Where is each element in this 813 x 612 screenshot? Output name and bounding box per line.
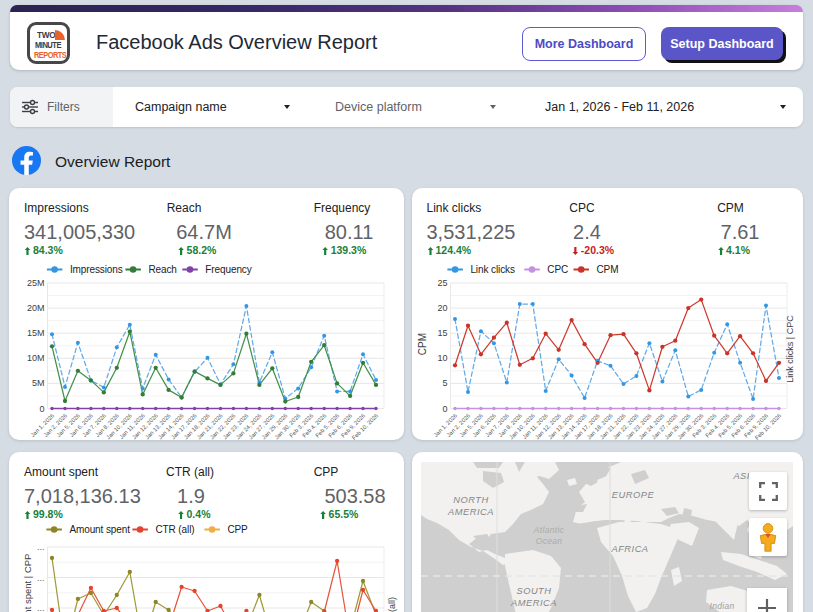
svg-text:Link clicks | CPC: Link clicks | CPC (784, 315, 794, 383)
svg-text:0: 0 (39, 404, 44, 414)
svg-text:15: 15 (437, 328, 447, 338)
svg-text:CPP: CPP (227, 524, 248, 535)
svg-text:5: 5 (442, 378, 447, 388)
svg-text:20M: 20M (27, 303, 45, 313)
svg-text:AMERICA: AMERICA (510, 598, 557, 608)
svg-text:NORTH: NORTH (453, 495, 488, 505)
svg-text:15M: 15M (27, 328, 45, 338)
svg-text:0: 0 (442, 404, 447, 414)
svg-text:Impressions: Impressions (70, 264, 123, 275)
svg-text:25: 25 (437, 278, 447, 288)
svg-text:SOUTH: SOUTH (516, 586, 551, 596)
svg-text:CPM: CPM (417, 333, 428, 355)
svg-text:Atlantic: Atlantic (533, 525, 565, 535)
svg-text:20: 20 (437, 303, 447, 313)
svg-text:CPM: CPM (596, 264, 618, 275)
svg-text:Amount spent: Amount spent (69, 524, 130, 535)
svg-text:EUROPE: EUROPE (612, 490, 655, 500)
svg-text:10M: 10M (27, 353, 45, 363)
svg-text:5M: 5M (32, 378, 45, 388)
svg-text:AFRICA: AFRICA (610, 544, 648, 554)
svg-text:10: 10 (437, 353, 447, 363)
svg-text:Indian: Indian (710, 601, 735, 611)
svg-text:Reach: Reach (148, 264, 176, 275)
svg-text:Frequency: Frequency (205, 264, 251, 275)
svg-text:AMERICA: AMERICA (447, 507, 494, 517)
svg-text:CPC: CPC (547, 264, 568, 275)
svg-text:CTR (all): CTR (all) (155, 524, 194, 535)
svg-text:...: ... (37, 573, 45, 583)
svg-text:...: ... (37, 603, 45, 612)
svg-text:Link clicks: Link clicks (470, 264, 515, 275)
svg-text:CTR (all): CTR (all) (387, 597, 397, 612)
svg-text:25M: 25M (27, 278, 45, 288)
svg-text:Amount spent | CPP: Amount spent | CPP (22, 554, 33, 612)
svg-text:...: ... (37, 542, 45, 552)
svg-text:Ocean: Ocean (536, 536, 563, 546)
